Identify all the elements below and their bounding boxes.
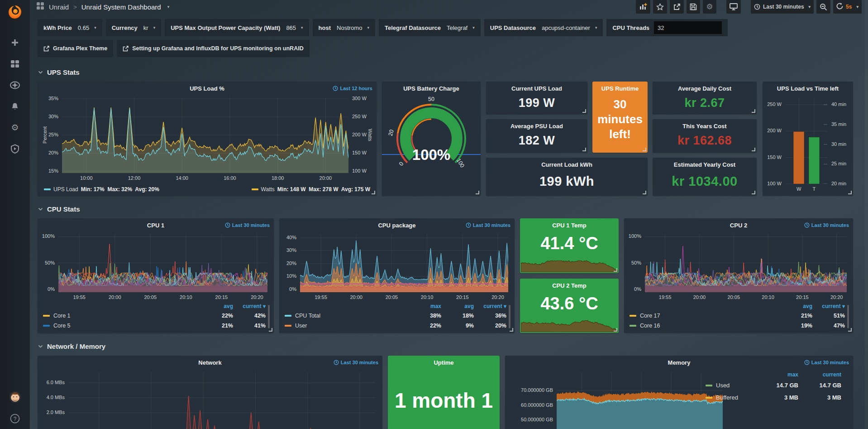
legend-column-current[interactable]: current ▾ bbox=[233, 303, 266, 309]
network-chart[interactable]: 6.0 MBs4.0 MBs2.0 MBs bbox=[40, 368, 380, 429]
legend-scrollbar[interactable] bbox=[268, 305, 270, 328]
breadcrumb-folder[interactable]: Unraid bbox=[49, 3, 69, 11]
cpu2-plot[interactable] bbox=[645, 234, 847, 292]
panel-time-override[interactable]: Last 12 hours bbox=[333, 86, 372, 91]
time-range-picker[interactable]: Last 30 minutes ▾ bbox=[751, 0, 814, 14]
panel-time-override[interactable]: Last 30 minutes bbox=[334, 360, 378, 365]
memory-plot[interactable] bbox=[557, 372, 723, 429]
legend-scrollbar[interactable] bbox=[509, 305, 510, 328]
panel-this-years-cost[interactable]: This Years Cost kr 162.68 bbox=[653, 119, 757, 153]
legend-column-current[interactable]: current bbox=[798, 371, 841, 378]
panel-title[interactable]: Network bbox=[38, 356, 382, 366]
variable-kwh-price[interactable]: kWh Price 0.65▾ bbox=[38, 19, 102, 36]
ups-load-chart[interactable]: 35%30%25%20%15%300 W250 W200 W150 W100 W… bbox=[40, 94, 374, 182]
ups-load-plot[interactable] bbox=[62, 97, 348, 173]
legend-item-watts[interactable]: Watts Min: 148 W Max: 278 W Avg: 175 W bbox=[252, 186, 370, 193]
legend-series-toggle[interactable]: Buffered bbox=[706, 394, 755, 401]
legend-column-current[interactable]: current ▾ bbox=[812, 303, 845, 309]
cpu2-chart[interactable]: 100%50%0%19:5520:0020:0520:1020:1520:20 bbox=[627, 231, 850, 300]
grafana-logo-icon[interactable] bbox=[7, 5, 23, 20]
page-scrollbar-thumb[interactable] bbox=[865, 68, 868, 145]
cycle-view-mode-button[interactable] bbox=[726, 0, 741, 14]
panel-time-override[interactable]: Last 30 minutes bbox=[804, 222, 849, 228]
dashboard-title[interactable]: Unraid System Dashboard bbox=[81, 3, 161, 11]
panel-average-daily-cost[interactable]: Average Daily Cost kr 2.67 bbox=[653, 82, 757, 114]
cpu1-plot[interactable] bbox=[58, 234, 267, 292]
panel-ups-runtime[interactable]: UPS Runtime 30 minutes left! bbox=[592, 82, 648, 153]
zoom-out-button[interactable] bbox=[816, 0, 830, 14]
panel-cpu-1[interactable]: CPU 1 Last 30 minutes 100%50%0%19:5520:0… bbox=[38, 218, 274, 333]
panel-cpu-2[interactable]: CPU 2 Last 30 minutes 100%50%0%19:5520:0… bbox=[624, 218, 853, 333]
panel-title[interactable]: Uptime bbox=[388, 356, 500, 366]
legend-column-max[interactable]: max bbox=[755, 371, 798, 378]
server-admin-shield-icon[interactable] bbox=[0, 138, 30, 159]
help-icon[interactable]: ? bbox=[0, 408, 30, 429]
panel-time-override[interactable]: Last 30 minutes bbox=[225, 222, 270, 228]
legend-column-avg[interactable]: avg bbox=[780, 303, 812, 309]
user-avatar[interactable] bbox=[0, 386, 30, 408]
panel-ups-load[interactable]: UPS Load % Last 12 hours 35%30%25%20%15%… bbox=[38, 82, 377, 196]
panel-title[interactable]: UPS Load vs Time left bbox=[763, 82, 853, 92]
panel-cpu-1-temp[interactable]: CPU 1 Temp 41.4 °C bbox=[520, 218, 619, 273]
legend-series-toggle[interactable]: User bbox=[285, 323, 409, 329]
panel-cpu-package[interactable]: CPU package Last 30 minutes 40%30%20%10%… bbox=[279, 218, 515, 333]
variable-telegraf-datasource[interactable]: Telegraf Datasource Telegraf▾ bbox=[379, 19, 481, 36]
panel-estimated-yearly-cost[interactable]: Estimated Yearly Cost kr 1034.00 bbox=[653, 158, 757, 196]
panel-time-override[interactable]: Last 30 minutes bbox=[466, 222, 510, 228]
share-dashboard-button[interactable] bbox=[670, 0, 684, 14]
cpu-package-plot[interactable] bbox=[300, 234, 508, 292]
panel-title[interactable]: UPS Load % bbox=[38, 82, 377, 92]
variable-host[interactable]: host Nostromo▾ bbox=[313, 19, 375, 36]
alerting-bell-icon[interactable] bbox=[0, 96, 30, 117]
panel-ups-load-vs-time-left[interactable]: UPS Load vs Time left 250 W200 W150 W100… bbox=[763, 82, 853, 196]
legend-series-toggle[interactable]: Core 5 bbox=[43, 323, 200, 329]
variable-currency[interactable]: Currency kr▾ bbox=[106, 19, 161, 36]
panel-network[interactable]: Network Last 30 minutes 6.0 MBs4.0 MBs2.… bbox=[38, 356, 382, 429]
configuration-gear-icon[interactable]: ⚙ bbox=[0, 117, 30, 138]
panel-memory[interactable]: Memory Last 30 minutes 70.000000 GB60.00… bbox=[505, 356, 853, 429]
panel-title[interactable]: UPS Battery Charge bbox=[382, 82, 481, 92]
legend-series-toggle[interactable]: Core 17 bbox=[630, 313, 780, 319]
panel-ups-battery-charge[interactable]: UPS Battery Charge 02050100 100% bbox=[382, 82, 481, 196]
panel-title[interactable]: Memory bbox=[505, 356, 853, 366]
cpu1-chart[interactable]: 100%50%0%19:5520:0020:0520:1020:1520:20 bbox=[40, 231, 271, 300]
legend-scrollbar[interactable] bbox=[847, 305, 849, 328]
refresh-picker[interactable]: 5s ▾ bbox=[833, 0, 862, 14]
panel-current-ups-load[interactable]: Current UPS Load 199 W bbox=[486, 82, 587, 114]
panel-current-load-kwh[interactable]: Current Load kWh 199 kWh bbox=[486, 158, 648, 196]
cpu-threads-input[interactable] bbox=[654, 21, 722, 34]
load-vs-time-plot[interactable] bbox=[785, 99, 828, 184]
refresh-icon[interactable] bbox=[836, 3, 843, 11]
section-ups-stats[interactable]: UPS Stats bbox=[38, 65, 868, 79]
explore-compass-icon[interactable] bbox=[0, 74, 30, 96]
panel-uptime[interactable]: Uptime 1 month 1 bbox=[388, 356, 500, 429]
title-caret-icon[interactable]: ▾ bbox=[167, 5, 170, 9]
add-panel-button[interactable] bbox=[636, 0, 650, 14]
dashboards-icon[interactable] bbox=[0, 53, 30, 74]
save-dashboard-button[interactable] bbox=[687, 0, 700, 14]
link-ups-monitoring-guide[interactable]: Setting up Grafana and InfluxDB for UPS … bbox=[117, 40, 309, 57]
legend-series-toggle[interactable]: Core 1 bbox=[43, 313, 200, 319]
dashboard-settings-button[interactable]: ⚙ bbox=[703, 0, 716, 14]
legend-item-ups-load[interactable]: UPS Load Min: 17% Max: 32% Avg: 20% bbox=[44, 186, 159, 193]
network-plot[interactable] bbox=[68, 372, 375, 429]
legend-column-current[interactable]: current ▾ bbox=[474, 303, 506, 309]
section-cpu-stats[interactable]: CPU Stats bbox=[38, 202, 868, 216]
section-network-memory[interactable]: Network / Memory bbox=[38, 339, 868, 353]
page-scrollbar[interactable] bbox=[865, 0, 868, 429]
refresh-interval-label[interactable]: 5s bbox=[846, 4, 852, 10]
star-dashboard-button[interactable] bbox=[653, 0, 667, 14]
panel-average-psu-load[interactable]: Average PSU Load 182 W bbox=[486, 119, 587, 153]
panel-time-override[interactable]: Last 30 minutes bbox=[804, 360, 849, 365]
cpu-package-chart[interactable]: 40%30%20%10%0%19:5520:0020:0520:1020:152… bbox=[282, 231, 512, 300]
legend-column-avg[interactable]: avg bbox=[200, 303, 233, 309]
panel-cpu-2-temp[interactable]: CPU 2 Temp 43.6 °C bbox=[520, 279, 619, 333]
legend-column-max[interactable]: max bbox=[409, 303, 441, 309]
legend-series-toggle[interactable]: CPU Total bbox=[285, 313, 409, 319]
legend-series-toggle[interactable]: Core 16 bbox=[630, 323, 780, 329]
create-plus-icon[interactable] bbox=[0, 32, 30, 53]
legend-series-toggle[interactable]: Used bbox=[706, 382, 755, 389]
legend-column-avg[interactable]: avg bbox=[441, 303, 474, 309]
link-grafana-plex-theme[interactable]: Grafana Plex Theme bbox=[38, 40, 113, 57]
load-vs-time-chart[interactable]: 250 W200 W150 W100 W40 min35 min30 min25… bbox=[765, 95, 850, 193]
